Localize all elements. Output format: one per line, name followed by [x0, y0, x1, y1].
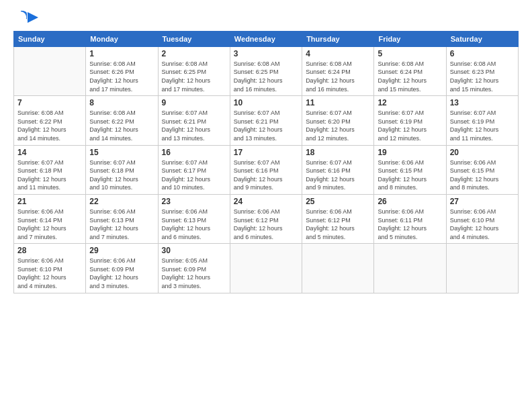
day-info: Daylight: 12 hours — [378, 224, 442, 233]
day-number: 7 — [17, 98, 82, 107]
day-info: Sunrise: 6:06 AM — [17, 208, 82, 216]
day-info: and 6 minutes. — [162, 233, 226, 242]
day-info: and 4 minutes. — [450, 233, 515, 242]
day-info: Daylight: 12 hours — [17, 273, 82, 282]
day-number: 10 — [234, 98, 298, 107]
day-info: Sunset: 6:18 PM — [17, 167, 82, 175]
day-info: Sunset: 6:24 PM — [306, 68, 370, 77]
day-info: Daylight: 12 hours — [450, 224, 515, 233]
calendar-cell: 29Sunrise: 6:06 AMSunset: 6:09 PMDayligh… — [86, 244, 158, 293]
day-info: Sunset: 6:16 PM — [306, 167, 370, 175]
day-info: and 12 minutes. — [378, 134, 442, 143]
calendar-cell — [230, 244, 302, 293]
day-info: Sunset: 6:15 PM — [378, 167, 442, 175]
day-info: Sunset: 6:09 PM — [162, 265, 226, 274]
day-info: Sunrise: 6:06 AM — [17, 257, 82, 265]
day-number: 24 — [234, 197, 298, 206]
day-info: Daylight: 12 hours — [234, 175, 298, 184]
day-number: 26 — [378, 197, 442, 206]
day-number: 8 — [89, 98, 154, 107]
day-info: Daylight: 12 hours — [234, 126, 298, 134]
day-number: 1 — [89, 49, 154, 58]
day-number: 2 — [162, 49, 226, 58]
calendar-page: SundayMondayTuesdayWednesdayThursdayFrid… — [0, 0, 532, 411]
day-info: and 7 minutes. — [89, 233, 154, 242]
day-info: and 6 minutes. — [234, 233, 298, 242]
calendar-cell: 28Sunrise: 6:06 AMSunset: 6:10 PMDayligh… — [14, 244, 86, 293]
calendar-cell: 14Sunrise: 6:07 AMSunset: 6:18 PMDayligh… — [14, 145, 86, 194]
day-info: Sunrise: 6:07 AM — [162, 158, 226, 167]
calendar-cell: 22Sunrise: 6:06 AMSunset: 6:13 PMDayligh… — [86, 194, 158, 243]
calendar-cell — [14, 46, 86, 95]
day-info: Daylight: 12 hours — [378, 175, 442, 184]
calendar-cell: 19Sunrise: 6:06 AMSunset: 6:15 PMDayligh… — [374, 145, 446, 194]
calendar-week-row: 28Sunrise: 6:06 AMSunset: 6:10 PMDayligh… — [14, 244, 519, 293]
day-info: Sunset: 6:21 PM — [234, 118, 298, 126]
day-info: Sunset: 6:13 PM — [162, 216, 226, 225]
calendar-cell: 13Sunrise: 6:07 AMSunset: 6:19 PMDayligh… — [446, 96, 518, 145]
day-info: Sunset: 6:21 PM — [162, 118, 226, 126]
svg-marker-0 — [28, 12, 38, 23]
calendar-cell: 3Sunrise: 6:08 AMSunset: 6:25 PMDaylight… — [230, 46, 302, 95]
calendar-cell — [302, 244, 374, 293]
calendar-cell — [374, 244, 446, 293]
day-number: 6 — [450, 49, 515, 58]
day-info: Sunset: 6:25 PM — [162, 68, 226, 77]
calendar-week-row: 21Sunrise: 6:06 AMSunset: 6:14 PMDayligh… — [14, 194, 519, 243]
day-info: Sunset: 6:13 PM — [89, 216, 154, 225]
day-number: 11 — [306, 98, 370, 107]
day-info: Sunset: 6:12 PM — [306, 216, 370, 225]
day-info: Sunset: 6:23 PM — [450, 68, 515, 77]
day-number: 27 — [450, 197, 515, 206]
day-info: Sunrise: 6:07 AM — [306, 158, 370, 167]
calendar-week-row: 14Sunrise: 6:07 AMSunset: 6:18 PMDayligh… — [14, 145, 519, 194]
day-number: 3 — [234, 49, 298, 58]
calendar-cell: 10Sunrise: 6:07 AMSunset: 6:21 PMDayligh… — [230, 96, 302, 145]
day-info: and 13 minutes. — [234, 134, 298, 143]
calendar-cell: 5Sunrise: 6:08 AMSunset: 6:24 PMDaylight… — [374, 46, 446, 95]
calendar-cell: 18Sunrise: 6:07 AMSunset: 6:16 PMDayligh… — [302, 145, 374, 194]
calendar-cell: 8Sunrise: 6:08 AMSunset: 6:22 PMDaylight… — [86, 96, 158, 145]
day-info: Daylight: 12 hours — [306, 126, 370, 134]
day-info: and 8 minutes. — [450, 183, 515, 192]
calendar-header-row: SundayMondayTuesdayWednesdayThursdayFrid… — [14, 31, 519, 46]
calendar-week-row: 1Sunrise: 6:08 AMSunset: 6:26 PMDaylight… — [14, 46, 519, 95]
day-number: 30 — [162, 246, 226, 255]
day-info: Daylight: 12 hours — [89, 273, 154, 282]
day-info: Sunrise: 6:08 AM — [89, 109, 154, 118]
day-info: Daylight: 12 hours — [306, 77, 370, 85]
weekday-header: Tuesday — [158, 31, 230, 46]
calendar-cell: 21Sunrise: 6:06 AMSunset: 6:14 PMDayligh… — [14, 194, 86, 243]
day-info: Sunset: 6:17 PM — [162, 167, 226, 175]
day-info: Sunset: 6:22 PM — [89, 118, 154, 126]
day-info: Daylight: 12 hours — [450, 175, 515, 184]
weekday-header: Thursday — [302, 31, 374, 46]
calendar-cell: 4Sunrise: 6:08 AMSunset: 6:24 PMDaylight… — [302, 46, 374, 95]
day-info: Daylight: 12 hours — [162, 273, 226, 282]
weekday-header: Monday — [86, 31, 158, 46]
calendar-cell: 11Sunrise: 6:07 AMSunset: 6:20 PMDayligh… — [302, 96, 374, 145]
day-info: Sunrise: 6:08 AM — [306, 60, 370, 68]
calendar-cell: 9Sunrise: 6:07 AMSunset: 6:21 PMDaylight… — [158, 96, 230, 145]
day-info: and 5 minutes. — [378, 233, 442, 242]
day-info: and 11 minutes. — [17, 183, 82, 192]
day-info: Sunrise: 6:07 AM — [162, 109, 226, 118]
day-info: Sunrise: 6:06 AM — [378, 208, 442, 216]
day-info: Daylight: 12 hours — [17, 175, 82, 184]
day-number: 17 — [234, 148, 298, 157]
logo-triangle-icon — [28, 12, 38, 23]
header — [13, 11, 519, 24]
calendar-cell: 26Sunrise: 6:06 AMSunset: 6:11 PMDayligh… — [374, 194, 446, 243]
day-info: Sunrise: 6:08 AM — [378, 60, 442, 68]
day-info: Daylight: 12 hours — [162, 126, 226, 134]
day-info: and 11 minutes. — [450, 134, 515, 143]
day-info: and 5 minutes. — [306, 233, 370, 242]
day-number: 29 — [89, 246, 154, 255]
day-info: and 9 minutes. — [306, 183, 370, 192]
day-info: Sunset: 6:15 PM — [450, 167, 515, 175]
calendar-cell: 7Sunrise: 6:08 AMSunset: 6:22 PMDaylight… — [14, 96, 86, 145]
day-number: 16 — [162, 148, 226, 157]
calendar-cell — [446, 244, 518, 293]
weekday-header: Saturday — [446, 31, 518, 46]
day-info: Sunrise: 6:06 AM — [378, 158, 442, 167]
